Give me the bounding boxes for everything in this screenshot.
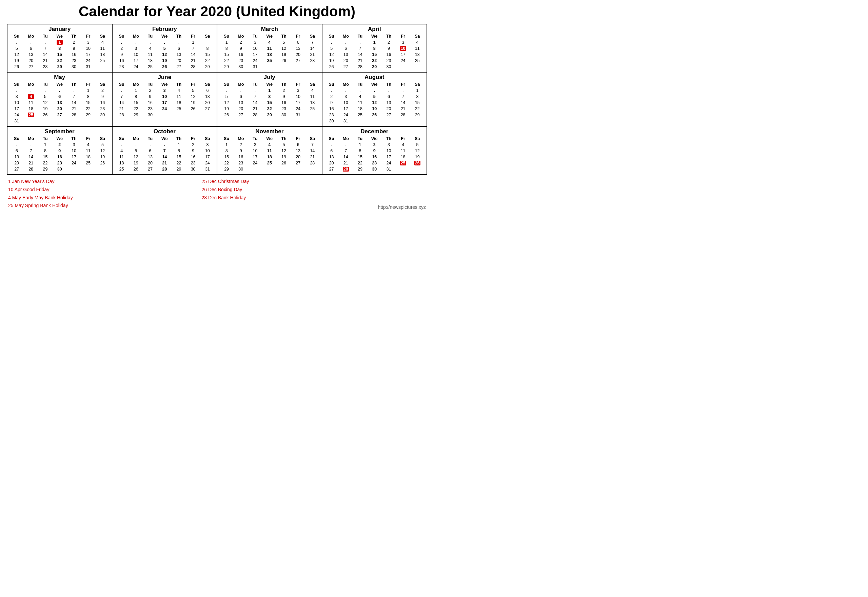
calendar-day: 10 [396,45,410,52]
calendar-day: 6 [339,45,353,52]
calendar-day: 30 [67,64,81,70]
calendar-day: 10 [9,100,24,106]
calendar-day: 23 [67,58,81,64]
calendar-day: 21 [24,160,38,166]
calendar-day: 3 [248,142,262,148]
calendar-day: 26 [277,160,291,166]
calendar-day: 1 [219,39,233,45]
calendar-day: 10 [157,94,172,100]
calendar-day: 7 [305,39,320,45]
day-header-th: Th [277,33,291,39]
calendar-day: 16 [324,106,339,112]
day-header-su: Su [9,82,24,88]
day-header-fr: Fr [81,33,95,39]
day-header-su: Su [219,136,233,142]
calendar-day [382,118,396,124]
day-header-tu: Tu [143,82,157,88]
calendar-day: 30 [143,112,157,118]
calendar-day: 7 [339,148,353,154]
calendar-day: 12 [277,148,291,154]
calendar-day: 8 [52,45,67,52]
calendar-day [410,166,425,172]
calendar-day: 29 [410,112,425,118]
calendar-day: . [172,39,186,45]
day-header-tu: Tu [353,82,367,88]
calendar-day: 7 [24,148,38,154]
calendar-day: 9 [95,94,110,100]
calendar-day: 19 [219,106,233,112]
calendar-day: 20 [172,58,186,64]
calendar-day: 29 [219,166,233,172]
calendar-day: 11 [305,94,320,100]
day-header-tu: Tu [143,33,157,39]
calendar-day: 23 [233,160,248,166]
day-header-mo: Mo [233,33,248,39]
calendar-day: 8 [353,148,367,154]
calendar-day: 14 [114,100,129,106]
calendar-day: 18 [95,52,110,58]
calendar-day: 16 [233,52,248,58]
calendar-day: 24 [339,112,353,118]
calendar-day: 7 [396,94,410,100]
calendar-day: 26 [410,160,425,166]
month-block-june: JuneSuMoTuWeThFrSa.123456789101112131415… [113,73,218,127]
page-title: Calendar for Year 2020 (United Kingdom) [7,3,427,20]
calendar-day: 13 [9,154,24,160]
calendar-day: 18 [143,58,157,64]
calendar-day: . [38,39,52,45]
calendar-day: 16 [95,100,110,106]
calendar-day: 30 [52,166,67,172]
day-header-tu: Tu [353,33,367,39]
calendar-day: 2 [52,142,67,148]
calendar-day: 31 [81,64,95,70]
calendar-day: 26 [157,64,172,70]
calendar-day: 28 [353,64,367,70]
calendar-day: 25 [396,160,410,166]
calendar-day: 30 [324,118,339,124]
calendar-day: 18 [262,52,277,58]
calendar-day: 14 [353,52,367,58]
calendar-day: 18 [410,52,425,58]
calendar-day: 3 [81,39,95,45]
calendar-day: 14 [305,45,320,52]
calendar-day: 5 [129,148,143,154]
calendar-day: 20 [9,160,24,166]
calendar-day: 25 [410,58,425,64]
calendar-day: . [24,39,38,45]
calendar-day: 4 [143,45,157,52]
calendar-day: 2 [277,88,291,94]
month-title: April [324,26,425,33]
calendar-day [38,118,52,124]
calendar-day [67,118,81,124]
calendar-day: 15 [219,52,233,58]
calendar-day: 29 [262,112,277,118]
calendar-day: 25 [305,106,320,112]
calendar-day: . [52,88,67,94]
footer: 1 Jan New Year's Day10 Apr Good Friday4 … [7,178,427,210]
day-header-we: We [157,136,172,142]
calendar-day: 4 [114,148,129,154]
calendar-day: 16 [67,52,81,58]
calendar-day: 6 [382,94,396,100]
day-header-fr: Fr [81,82,95,88]
calendar-day: 6 [172,45,186,52]
calendar-day: 19 [367,106,382,112]
calendar-day: 20 [52,106,67,112]
month-block-april: AprilSuMoTuWeThFrSa...123456789101112131… [323,24,428,73]
calendar-day: 29 [172,166,186,172]
calendar-day: 22 [38,160,52,166]
calendar-day [201,112,215,118]
calendar-day: 22 [129,106,143,112]
day-header-fr: Fr [186,33,201,39]
day-header-sa: Sa [305,33,320,39]
calendar-day: 27 [324,166,339,172]
calendar-day: 13 [52,100,67,106]
calendar-day: . [233,88,248,94]
calendar-day: 21 [305,52,320,58]
calendar-day: 6 [24,45,38,52]
day-header-sa: Sa [95,136,110,142]
calendar-day: 16 [114,58,129,64]
url-text: http://newspictures.xyz [378,205,426,210]
calendar-day: 9 [367,148,382,154]
day-header-we: We [52,33,67,39]
